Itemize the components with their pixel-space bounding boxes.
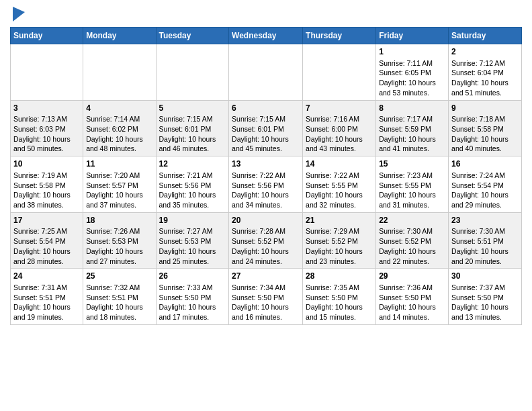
day-cell: 25Sunrise: 7:32 AMSunset: 5:51 PMDayligh…: [83, 269, 156, 325]
day-info: Sunrise: 7:26 AM: [86, 226, 152, 236]
day-info: Sunrise: 7:28 AM: [232, 226, 300, 236]
day-number: 30: [451, 271, 519, 282]
day-cell: 1Sunrise: 7:11 AMSunset: 6:05 PMDaylight…: [376, 44, 449, 101]
day-info: Daylight: 10 hours and 29 minutes.: [451, 190, 519, 210]
day-info: Sunrise: 7:22 AM: [232, 171, 300, 181]
day-info: Sunrise: 7:13 AM: [13, 114, 80, 124]
day-cell: 22Sunrise: 7:30 AMSunset: 5:52 PMDayligh…: [376, 212, 449, 269]
day-cell: 2Sunrise: 7:12 AMSunset: 6:04 PMDaylight…: [449, 44, 522, 101]
day-info: Sunrise: 7:15 AM: [232, 114, 300, 124]
weekday-header-friday: Friday: [376, 28, 449, 44]
day-info: Daylight: 10 hours and 50 minutes.: [13, 134, 80, 154]
day-info: Sunset: 5:52 PM: [379, 236, 445, 246]
day-info: Sunset: 5:58 PM: [13, 181, 80, 191]
day-number: 1: [379, 46, 445, 58]
day-info: Sunset: 5:50 PM: [451, 293, 519, 303]
day-number: 26: [159, 271, 226, 282]
day-info: Sunset: 5:59 PM: [379, 124, 445, 134]
day-cell: [11, 44, 83, 101]
day-cell: 27Sunrise: 7:34 AMSunset: 5:50 PMDayligh…: [229, 269, 303, 325]
day-number: 28: [306, 271, 373, 282]
weekday-header-sunday: Sunday: [11, 28, 83, 44]
day-info: Sunrise: 7:20 AM: [86, 171, 152, 181]
day-info: Sunset: 5:52 PM: [232, 236, 300, 246]
day-info: Sunrise: 7:19 AM: [13, 171, 80, 181]
day-info: Daylight: 10 hours and 32 minutes.: [306, 190, 373, 210]
day-cell: 16Sunrise: 7:24 AMSunset: 5:54 PMDayligh…: [449, 156, 522, 213]
day-number: 4: [86, 103, 152, 114]
day-number: 18: [86, 215, 152, 226]
day-info: Sunrise: 7:33 AM: [159, 283, 226, 293]
day-info: Sunrise: 7:36 AM: [379, 283, 445, 293]
day-number: 24: [13, 271, 80, 282]
day-info: Sunrise: 7:14 AM: [86, 114, 152, 124]
weekday-header-saturday: Saturday: [449, 28, 522, 44]
day-cell: 8Sunrise: 7:17 AMSunset: 5:59 PMDaylight…: [376, 100, 449, 156]
weekday-header-wednesday: Wednesday: [229, 28, 303, 44]
day-info: Daylight: 10 hours and 18 minutes.: [86, 302, 152, 322]
day-info: Daylight: 10 hours and 35 minutes.: [159, 190, 226, 210]
day-info: Daylight: 10 hours and 53 minutes.: [379, 78, 445, 97]
week-row-5: 24Sunrise: 7:31 AMSunset: 5:51 PMDayligh…: [11, 269, 522, 325]
day-info: Daylight: 10 hours and 28 minutes.: [13, 246, 80, 266]
day-number: 27: [232, 271, 300, 282]
day-info: Sunrise: 7:15 AM: [159, 114, 226, 124]
day-info: Sunset: 6:04 PM: [451, 68, 519, 78]
week-row-3: 10Sunrise: 7:19 AMSunset: 5:58 PMDayligh…: [11, 156, 522, 213]
day-info: Sunset: 5:58 PM: [451, 124, 519, 134]
day-info: Sunrise: 7:27 AM: [159, 226, 226, 236]
day-cell: [156, 44, 229, 101]
day-info: Daylight: 10 hours and 31 minutes.: [379, 190, 445, 210]
day-number: 6: [232, 103, 300, 114]
logo: [10, 7, 25, 21]
day-info: Daylight: 10 hours and 16 minutes.: [232, 302, 300, 322]
day-number: 23: [451, 215, 519, 226]
day-cell: 19Sunrise: 7:27 AMSunset: 5:53 PMDayligh…: [156, 212, 229, 269]
day-number: 20: [232, 215, 300, 226]
day-info: Sunrise: 7:22 AM: [306, 171, 373, 181]
day-cell: 20Sunrise: 7:28 AMSunset: 5:52 PMDayligh…: [229, 212, 303, 269]
day-cell: 21Sunrise: 7:29 AMSunset: 5:52 PMDayligh…: [303, 212, 376, 269]
day-info: Sunset: 5:55 PM: [306, 181, 373, 191]
day-info: Sunrise: 7:18 AM: [451, 114, 519, 124]
day-info: Sunrise: 7:16 AM: [306, 114, 373, 124]
day-cell: 12Sunrise: 7:21 AMSunset: 5:56 PMDayligh…: [156, 156, 229, 213]
day-info: Sunrise: 7:21 AM: [159, 171, 226, 181]
day-number: 19: [159, 215, 226, 226]
day-cell: 23Sunrise: 7:30 AMSunset: 5:51 PMDayligh…: [449, 212, 522, 269]
day-info: Sunset: 5:51 PM: [13, 293, 80, 303]
day-number: 13: [232, 158, 300, 170]
day-info: Daylight: 10 hours and 13 minutes.: [451, 302, 519, 322]
day-cell: 26Sunrise: 7:33 AMSunset: 5:50 PMDayligh…: [156, 269, 229, 325]
day-info: Daylight: 10 hours and 46 minutes.: [159, 134, 226, 154]
day-cell: 30Sunrise: 7:37 AMSunset: 5:50 PMDayligh…: [449, 269, 522, 325]
calendar: SundayMondayTuesdayWednesdayThursdayFrid…: [10, 27, 522, 325]
day-info: Daylight: 10 hours and 43 minutes.: [306, 134, 373, 154]
day-info: Sunset: 5:51 PM: [451, 236, 519, 246]
day-number: 11: [86, 158, 152, 170]
day-info: Sunset: 5:50 PM: [379, 293, 445, 303]
day-cell: 11Sunrise: 7:20 AMSunset: 5:57 PMDayligh…: [83, 156, 156, 213]
day-number: 10: [13, 158, 80, 170]
day-info: Sunset: 6:03 PM: [13, 124, 80, 134]
day-info: Daylight: 10 hours and 15 minutes.: [306, 302, 373, 322]
day-info: Sunrise: 7:11 AM: [379, 58, 445, 68]
day-info: Daylight: 10 hours and 19 minutes.: [13, 302, 80, 322]
day-info: Daylight: 10 hours and 48 minutes.: [86, 134, 152, 154]
day-info: Daylight: 10 hours and 23 minutes.: [306, 246, 373, 266]
day-cell: 5Sunrise: 7:15 AMSunset: 6:01 PMDaylight…: [156, 100, 229, 156]
day-cell: 17Sunrise: 7:25 AMSunset: 5:54 PMDayligh…: [11, 212, 83, 269]
day-info: Daylight: 10 hours and 37 minutes.: [86, 190, 152, 210]
day-info: Daylight: 10 hours and 40 minutes.: [451, 134, 519, 154]
day-number: 16: [451, 158, 519, 170]
day-number: 14: [306, 158, 373, 170]
svg-marker-0: [13, 7, 25, 21]
day-number: 25: [86, 271, 152, 282]
day-info: Sunset: 5:56 PM: [159, 181, 226, 191]
day-info: Sunrise: 7:29 AM: [306, 226, 373, 236]
day-number: 8: [379, 103, 445, 114]
day-info: Sunset: 5:50 PM: [159, 293, 226, 303]
day-info: Sunset: 6:01 PM: [159, 124, 226, 134]
day-info: Sunset: 6:00 PM: [306, 124, 373, 134]
day-cell: 6Sunrise: 7:15 AMSunset: 6:01 PMDaylight…: [229, 100, 303, 156]
